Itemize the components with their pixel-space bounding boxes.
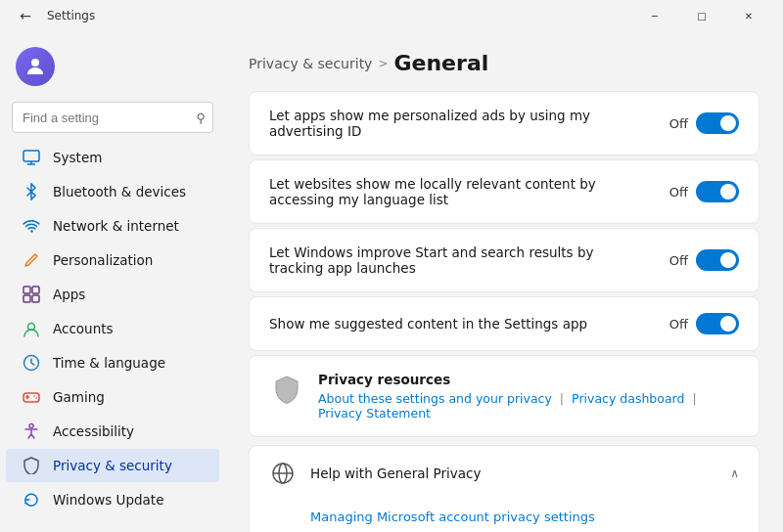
- breadcrumb-parent: Privacy & security: [249, 56, 372, 71]
- sidebar-label-apps: Apps: [53, 287, 204, 302]
- accessibility-icon: [22, 421, 41, 441]
- privacy-resources-title: Privacy resources: [318, 372, 739, 387]
- titlebar: ← Settings ─ □ ✕: [0, 0, 783, 31]
- minimize-button[interactable]: ─: [632, 0, 677, 31]
- privacy-links: About these settings and your privacy | …: [318, 391, 739, 421]
- svg-rect-6: [32, 287, 39, 293]
- sidebar-item-gaming[interactable]: Gaming: [6, 380, 219, 414]
- sidebar-label-accessibility: Accessibility: [53, 423, 204, 439]
- time-icon: [22, 353, 41, 373]
- help-section: Help with General Privacy ∧ Managing Mic…: [249, 445, 760, 532]
- sidebar-label-update: Windows Update: [53, 492, 204, 508]
- sidebar-item-bluetooth[interactable]: Bluetooth & devices: [6, 175, 219, 208]
- sidebar-label-bluetooth: Bluetooth & devices: [53, 184, 204, 200]
- privacy-resources-card: Privacy resources About these settings a…: [249, 355, 760, 437]
- help-body: Managing Microsoft account privacy setti…: [250, 501, 759, 532]
- setting-text-ads: Let apps show me personalized ads by usi…: [269, 108, 669, 139]
- sidebar-label-gaming: Gaming: [53, 389, 204, 405]
- personalization-icon: [22, 250, 41, 270]
- sidebar-item-personalization[interactable]: Personalization: [6, 244, 219, 277]
- svg-point-4: [30, 230, 32, 232]
- gaming-icon: [22, 387, 41, 407]
- main-content: Privacy & security > General Let apps sh…: [225, 31, 783, 532]
- sidebar-item-apps[interactable]: Apps: [6, 278, 219, 311]
- sidebar-label-privacy: Privacy & security: [53, 458, 204, 473]
- privacy-link-separator: |: [688, 391, 696, 406]
- toggle-area-suggested: Off: [669, 313, 739, 334]
- sidebar-label-accounts: Accounts: [53, 321, 204, 336]
- avatar[interactable]: [16, 47, 55, 86]
- toggle-language[interactable]: [696, 181, 739, 202]
- help-chevron-icon: ∧: [730, 466, 739, 480]
- toggle-area-ads: Off: [669, 112, 739, 134]
- setting-card-ads: Let apps show me personalized ads by usi…: [249, 91, 760, 155]
- search-icon: ⚲: [196, 111, 206, 125]
- sidebar: ⚲ System Bluetooth & devices Network & i…: [0, 31, 225, 532]
- sidebar-label-time: Time & language: [53, 355, 204, 371]
- svg-point-0: [31, 59, 39, 66]
- privacy-link-1[interactable]: Privacy dashboard: [572, 391, 684, 406]
- svg-point-15: [35, 397, 37, 399]
- sidebar-item-system[interactable]: System: [6, 141, 219, 174]
- sidebar-item-update[interactable]: Windows Update: [6, 483, 219, 516]
- setting-card-suggested: Show me suggested content in the Setting…: [249, 296, 760, 351]
- setting-text-language: Let websites show me locally relevant co…: [269, 176, 669, 207]
- setting-text-tracking: Let Windows improve Start and search res…: [269, 244, 669, 276]
- window-controls: ─ □ ✕: [632, 0, 771, 31]
- sidebar-item-accounts[interactable]: Accounts: [6, 312, 219, 345]
- privacy-icon: [22, 456, 41, 475]
- breadcrumb-current: General: [393, 51, 488, 75]
- sidebar-label-network: Network & internet: [53, 218, 204, 234]
- sidebar-item-accessibility[interactable]: Accessibility: [6, 415, 219, 448]
- sidebar-label-system: System: [53, 150, 204, 165]
- toggle-label-language: Off: [669, 185, 688, 200]
- shield-icon: [269, 372, 304, 407]
- app-title: Settings: [47, 9, 95, 22]
- maximize-button[interactable]: □: [679, 0, 724, 31]
- profile-section: [0, 39, 225, 102]
- toggle-label-ads: Off: [669, 116, 688, 131]
- accounts-icon: [22, 319, 41, 338]
- settings-cards: Let apps show me personalized ads by usi…: [249, 91, 760, 351]
- setting-card-tracking: Let Windows improve Start and search res…: [249, 228, 760, 292]
- search-box: ⚲: [12, 102, 213, 133]
- sidebar-label-personalization: Personalization: [53, 252, 204, 268]
- toggle-area-tracking: Off: [669, 249, 739, 271]
- bluetooth-icon: [22, 182, 41, 201]
- help-header[interactable]: Help with General Privacy ∧: [250, 446, 759, 501]
- breadcrumb-chevron: >: [378, 57, 388, 70]
- apps-icon: [22, 285, 41, 304]
- svg-rect-8: [32, 295, 39, 302]
- sidebar-item-privacy[interactable]: Privacy & security: [6, 449, 219, 482]
- svg-point-16: [29, 424, 33, 428]
- toggle-suggested[interactable]: [696, 313, 739, 334]
- toggle-area-language: Off: [669, 181, 739, 202]
- help-title: Help with General Privacy: [310, 466, 481, 481]
- setting-text-suggested: Show me suggested content in the Setting…: [269, 316, 669, 332]
- toggle-label-suggested: Off: [669, 317, 688, 332]
- privacy-link-2[interactable]: Privacy Statement: [318, 406, 431, 421]
- breadcrumb: Privacy & security > General: [249, 51, 760, 75]
- privacy-resources-content: Privacy resources About these settings a…: [318, 372, 739, 421]
- toggle-ads[interactable]: [696, 112, 739, 134]
- back-button[interactable]: ←: [12, 2, 39, 29]
- toggle-tracking[interactable]: [696, 249, 739, 271]
- help-link-0[interactable]: Managing Microsoft account privacy setti…: [310, 505, 739, 529]
- svg-rect-1: [23, 151, 39, 161]
- back-icon: ←: [20, 8, 31, 23]
- sidebar-item-time[interactable]: Time & language: [6, 346, 219, 379]
- svg-rect-7: [23, 295, 30, 302]
- toggle-label-tracking: Off: [669, 253, 688, 268]
- sidebar-nav: System Bluetooth & devices Network & int…: [0, 141, 225, 516]
- svg-point-14: [33, 395, 35, 397]
- app-body: ⚲ System Bluetooth & devices Network & i…: [0, 31, 783, 532]
- network-icon: [22, 216, 41, 236]
- system-icon: [22, 148, 41, 167]
- search-input[interactable]: [12, 102, 213, 133]
- sidebar-item-network[interactable]: Network & internet: [6, 209, 219, 243]
- privacy-link-0[interactable]: About these settings and your privacy: [318, 391, 552, 406]
- setting-card-language: Let websites show me locally relevant co…: [249, 159, 760, 224]
- svg-rect-5: [23, 287, 30, 293]
- globe-icon: [269, 460, 297, 487]
- close-button[interactable]: ✕: [726, 0, 771, 31]
